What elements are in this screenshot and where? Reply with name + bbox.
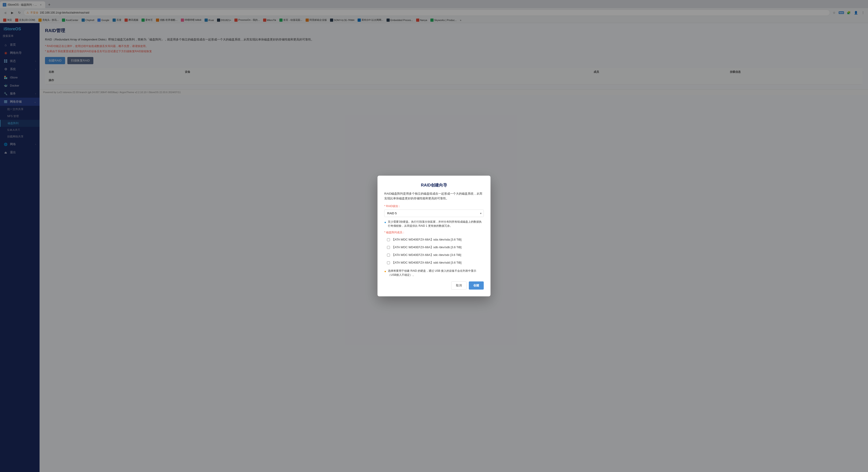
raid-level-select-wrapper: RAID 0 RAID 1 RAID 5 RAID 6 RAID 10 ▾ [384,210,484,217]
raid-level-label: RAID级别： [384,204,484,208]
raid5-info-text: 至少需要3块硬盘。执行行段落分块延展，并对分布到所有组成磁盘上的数据执行奇偶校验… [388,220,484,228]
usb-warning-text: 选择将要用于创建 RAID 的硬盘，通过 USB 接入的设备不会在列表中显示（U… [388,269,484,277]
disk-sdb-checkbox[interactable] [387,246,390,249]
disk-sdd-checkbox[interactable] [387,261,390,264]
modal-footer: 取消 创建 [384,281,484,290]
disk-sda-label[interactable]: 【ATA WDC WD40EFZX-68A】sda /dev/sda [3.6 … [392,238,462,242]
raid-create-modal: RAID创建向导 RAID磁盘阵列是用多个独立的磁盘组成在一起形成一个大的磁盘系… [377,176,491,296]
raid5-info-note: ● 至少需要3块硬盘。执行行段落分块延展，并对分布到所有组成磁盘上的数据执行奇偶… [384,220,484,228]
disk-members-label: 磁盘阵列成员： [384,230,484,234]
disk-sdb-label[interactable]: 【ATA WDC WD40EFZX-68A】sdb /dev/sdb [3.6 … [392,245,462,249]
cancel-button[interactable]: 取消 [451,281,467,290]
info-dot-icon: ● [384,220,386,225]
modal-overlay[interactable]: RAID创建向导 RAID磁盘阵列是用多个独立的磁盘组成在一起形成一个大的磁盘系… [0,0,868,472]
disk-sdd-label[interactable]: 【ATA WDC WD40EFZX-68A】sdd /dev/sdd [3.6 … [392,261,462,265]
disk-sdc-label[interactable]: 【ATA WDC WD40EFZX-68A】sdc /dev/sdc [3.6 … [392,253,461,257]
usb-warning-dot-icon: ● [384,269,386,274]
disk-item-sdb: 【ATA WDC WD40EFZX-68A】sdb /dev/sdb [3.6 … [384,244,484,251]
disk-sda-checkbox[interactable] [387,238,390,241]
disk-item-sdd: 【ATA WDC WD40EFZX-68A】sdd /dev/sdd [3.6 … [384,259,484,266]
disk-sdc-checkbox[interactable] [387,254,390,257]
disk-item-sdc: 【ATA WDC WD40EFZX-68A】sdc /dev/sdc [3.6 … [384,252,484,258]
usb-warning-note: ● 选择将要用于创建 RAID 的硬盘，通过 USB 接入的设备不会在列表中显示… [384,269,484,277]
create-button[interactable]: 创建 [469,281,484,290]
raid-level-select[interactable]: RAID 0 RAID 1 RAID 5 RAID 6 RAID 10 [384,210,484,217]
disk-item-sda: 【ATA WDC WD40EFZX-68A】sda /dev/sda [3.6 … [384,236,484,243]
modal-description: RAID磁盘阵列是用多个独立的磁盘组成在一起形成一个大的磁盘系统，从而实现比单块… [384,191,484,201]
modal-title: RAID创建向导 [384,182,484,188]
